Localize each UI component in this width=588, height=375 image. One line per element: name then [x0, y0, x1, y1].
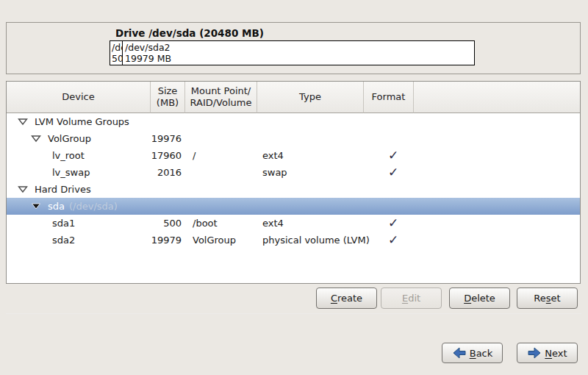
- expander-open-icon[interactable]: [18, 118, 28, 126]
- size-cell: 19976: [151, 133, 185, 144]
- header-format: Format: [364, 82, 414, 113]
- device-path-label: (/dev/sda): [69, 201, 118, 212]
- next-arrow-icon: [527, 346, 542, 360]
- device-label: lv_root: [52, 150, 85, 161]
- bottom-separator: [6, 313, 581, 314]
- format-checkmark-icon: ✓: [388, 148, 398, 162]
- drive-title: Drive /dev/sda (20480 MB): [115, 27, 264, 39]
- table-row[interactable]: lv_swap2016swap✓: [7, 164, 580, 181]
- expander-open-icon[interactable]: [18, 185, 28, 193]
- table-row[interactable]: sda1500/bootext4✓: [7, 215, 580, 232]
- device-label: sda: [48, 201, 65, 212]
- table-row[interactable]: LVM Volume Groups: [7, 113, 580, 130]
- table-row[interactable]: lv_root17960/ext4✓: [7, 147, 580, 164]
- edit-button: Edit: [381, 288, 442, 309]
- segment-size: 19979 MB: [125, 53, 474, 64]
- reset-button[interactable]: Reset: [517, 288, 578, 309]
- drive-overview-panel: Drive /dev/sda (20480 MB) /dev/sda1 500 …: [6, 22, 581, 74]
- device-label: sda1: [52, 218, 75, 229]
- device-cell: lv_swap: [7, 167, 151, 178]
- format-checkmark-icon: ✓: [388, 165, 398, 179]
- device-cell: LVM Volume Groups: [7, 116, 151, 127]
- device-label: VolGroup: [48, 133, 91, 144]
- header-device: Device: [7, 82, 151, 113]
- type-cell: ext4: [257, 150, 364, 161]
- header-type: Type: [257, 82, 364, 113]
- device-cell: sda(/dev/sda): [7, 201, 151, 212]
- table-header-row: Device Size (MB) Mount Point/ RAID/Volum…: [7, 82, 580, 113]
- table-row[interactable]: sda219979VolGroupphysical volume (LVM)✓: [7, 232, 580, 249]
- installer-window: { "drive_panel": { "title": "Drive /dev/…: [0, 0, 588, 375]
- size-cell: 500: [151, 218, 185, 229]
- header-mount-point: Mount Point/ RAID/Volume: [185, 82, 257, 113]
- size-cell: 19979: [151, 235, 185, 246]
- device-cell: sda1: [7, 218, 151, 229]
- header-label: (MB): [157, 97, 179, 109]
- format-cell: ✓: [364, 166, 414, 179]
- expander-open-icon[interactable]: [31, 202, 41, 210]
- partition-segment-sda2[interactable]: /dev/sda2 19979 MB: [123, 41, 474, 65]
- segment-size: 500 MB: [112, 53, 122, 64]
- device-cell: lv_root: [7, 150, 151, 161]
- segment-name: /dev/sda2: [125, 42, 474, 53]
- back-arrow-icon: [452, 346, 467, 360]
- format-cell: ✓: [364, 217, 414, 229]
- format-checkmark-icon: ✓: [388, 232, 398, 247]
- next-button[interactable]: Next: [517, 343, 578, 363]
- drive-partition-bar: /dev/sda1 500 MB /dev/sda2 19979 MB: [110, 40, 475, 65]
- header-label: Device: [62, 91, 94, 103]
- device-label: sda2: [52, 235, 75, 246]
- size-cell: 2016: [151, 167, 185, 178]
- header-label: Mount Point/: [191, 85, 251, 97]
- device-label: Hard Drives: [35, 184, 91, 195]
- header-label: Type: [299, 91, 321, 103]
- device-cell: Hard Drives: [7, 184, 151, 195]
- delete-button[interactable]: Delete: [449, 288, 510, 309]
- type-cell: physical volume (LVM): [257, 235, 364, 246]
- back-button[interactable]: Back: [442, 343, 503, 363]
- table-row[interactable]: VolGroup19976: [7, 130, 580, 147]
- create-button[interactable]: Create: [316, 288, 377, 309]
- table-body: LVM Volume GroupsVolGroup19976lv_root179…: [7, 113, 580, 249]
- type-cell: ext4: [257, 218, 364, 229]
- header-label: RAID/Volume: [190, 97, 252, 109]
- type-cell: swap: [257, 167, 364, 178]
- device-cell: sda2: [7, 235, 151, 246]
- header-size: Size (MB): [151, 82, 185, 113]
- partition-table: Device Size (MB) Mount Point/ RAID/Volum…: [6, 81, 581, 284]
- device-label: lv_swap: [52, 167, 90, 178]
- table-row[interactable]: sda(/dev/sda): [7, 198, 580, 215]
- expander-open-icon[interactable]: [31, 135, 41, 143]
- device-label: LVM Volume Groups: [35, 116, 129, 127]
- format-checkmark-icon: ✓: [388, 215, 398, 230]
- mount-point-cell: VolGroup: [185, 235, 257, 246]
- size-cell: 17960: [151, 150, 185, 161]
- mount-point-cell: /boot: [185, 218, 257, 229]
- format-cell: ✓: [364, 149, 414, 162]
- format-cell: ✓: [364, 234, 414, 246]
- partition-segment-sda1[interactable]: /dev/sda1 500 MB: [110, 41, 123, 65]
- header-filler: [414, 82, 580, 113]
- device-cell: VolGroup: [7, 133, 151, 144]
- mount-point-cell: /: [185, 150, 257, 161]
- segment-name: /dev/sda1: [112, 42, 122, 53]
- table-row[interactable]: Hard Drives: [7, 181, 580, 198]
- header-label: Format: [372, 91, 406, 103]
- header-label: Size: [158, 85, 178, 97]
